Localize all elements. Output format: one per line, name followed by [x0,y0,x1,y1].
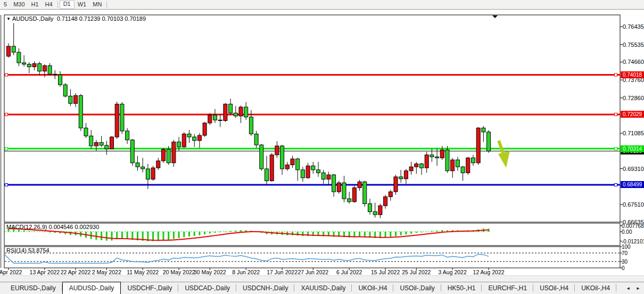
date-tick-label: 3 Aug 2022 [439,269,467,275]
timeframe-button-h4[interactable]: H4 [42,1,56,9]
candle [461,166,465,181]
chart-symbol-label: AUDUSD-,Daily [12,15,54,22]
support-line-0.70314[interactable] [4,148,620,150]
candle [193,134,196,147]
date-tick-label: 17 Jun 2022 [267,269,298,275]
rsi-tick-label: 70 [622,250,628,256]
toolbar-separator [57,1,58,8]
scroll-strip[interactable] [0,275,644,282]
candle [208,113,212,125]
candle [394,175,398,194]
candle [342,176,346,202]
rsi-tick-label: 30 [622,259,628,265]
chart-shift-marker[interactable] [492,15,498,18]
candlesticks [7,23,491,218]
timeframe-toolbar: 5M30H1H4D1W1MN [0,0,644,10]
candle [451,158,455,177]
timeframe-button-w1[interactable]: W1 [75,1,90,9]
tab-audusd-daily[interactable]: AUDUSD-,Daily [62,282,121,294]
candle [69,89,72,106]
timeframe-button-5[interactable]: 5 [1,1,10,9]
candle [141,158,145,172]
candle [162,148,166,163]
price-tick-label: 0.71085 [623,130,644,136]
support-line-0.68499[interactable] [4,183,620,186]
rsi-panel-frame [4,247,620,268]
timeframe-button-mn[interactable]: MN [89,1,105,9]
date-tick-label: 12 Aug 2022 [473,269,505,275]
candle [306,163,310,179]
candle [456,157,459,171]
tab-usoil-daily[interactable]: USOil-,Daily [393,282,441,294]
date-tick-label: 25 Jul 2022 [402,269,431,275]
tab-eurchf-h1[interactable]: EURCHF-,H1 [482,282,533,294]
candle [84,123,88,138]
tab-xauusd-daily[interactable]: XAUUSD-,Daily [294,282,352,294]
price-tick-label: 0.74660 [623,59,644,65]
date-tick-label: 6 Jul 2022 [336,269,362,275]
candle [126,128,129,144]
chart-canvas[interactable] [0,10,644,275]
candle [234,106,237,118]
candle [27,62,31,74]
tabbar-scroll-left-icon[interactable]: ◄ [626,286,630,291]
candle [53,70,57,79]
resistance-line-0.74018[interactable] [4,74,620,76]
macd-label: MACD(12,26,9) 0.004546 0.002930 [6,224,99,230]
candle [352,186,356,203]
candle [239,105,243,123]
candle [368,199,372,215]
rsi-tick-label: 0 [622,265,625,271]
candle [229,99,233,115]
candle [415,162,418,174]
candle [48,63,52,75]
candle [409,162,413,175]
candle [466,157,470,175]
candle [32,61,36,70]
candle [254,131,258,148]
tab-usdchf-daily[interactable]: USDCHF-,Daily [121,282,178,294]
date-tick-label: 15 Jul 2022 [371,269,400,275]
candle [348,192,351,203]
candle [358,180,361,191]
tab-usoil-h4[interactable]: USOil-,H4 [533,282,575,294]
candle [404,169,408,184]
timeframe-button-d1[interactable]: D1 [60,0,75,9]
sell-arrow-annotation[interactable] [498,141,510,168]
timeframe-button-h1[interactable]: H1 [28,1,42,9]
tab-usdcnh-daily[interactable]: USDCNH-,Daily [236,282,294,294]
date-tick-label: 13 Apr 2022 [30,269,60,275]
candle [265,156,269,185]
candle [482,126,485,142]
candle [321,170,325,184]
tab-hk50-h1[interactable]: HK50-,H1 [441,282,482,294]
timeframe-button-m30[interactable]: M30 [10,1,28,9]
candle [270,153,274,182]
tab-ukoil-h4[interactable]: UKOil-,H4 [575,282,616,294]
candle [115,102,119,139]
candle [136,156,139,171]
candle [275,141,279,158]
candle [187,130,191,143]
candle [197,133,201,148]
price-tick-label: 0.72860 [623,95,644,101]
candle [224,103,227,123]
candle [296,158,300,181]
tab-usdcad-daily[interactable]: USDCAD-,Daily [178,282,236,294]
candle [120,102,124,134]
resistance-1-badge: 0.74018 [621,71,644,78]
support-2-badge: 0.68499 [621,181,644,188]
candle [337,181,341,193]
candle [12,23,15,55]
tabbar-scroll-right-icon[interactable]: ► [636,286,640,291]
date-tick-label: 4 Apr 2022 [0,269,22,275]
chart-dropdown-icon[interactable]: ▼ [6,17,11,21]
tab-ukoil-h4[interactable]: UKOil-,H4 [352,282,393,294]
tab-eurusd-daily[interactable]: EURUSD-,Daily [4,282,62,294]
tabbar-scroll-arrows: ◄► [626,282,644,294]
symbol-tabbar: EURUSD-,DailyAUDUSD-,DailyUSDCHF-,DailyU… [0,282,644,294]
resistance-line-0.72029[interactable] [4,113,620,116]
date-tick-label: 8 Jun 2022 [232,269,260,275]
candle [420,163,424,175]
candle [384,195,387,209]
